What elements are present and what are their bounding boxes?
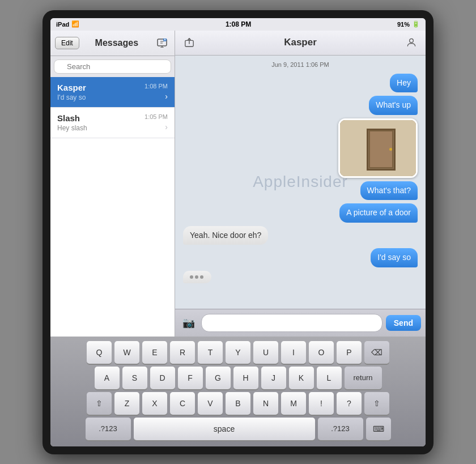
chevron-icon-kasper: › xyxy=(165,92,168,101)
share-button[interactable] xyxy=(181,34,198,51)
key-p[interactable]: P xyxy=(337,341,362,364)
key-o[interactable]: O xyxy=(309,341,334,364)
key-c[interactable]: C xyxy=(170,392,195,415)
conv-name-kasper: Kasper xyxy=(57,83,144,92)
chat-messages: Jun 9, 2011 1:06 PM Hey What's up xyxy=(175,56,426,309)
messages-title: Messages xyxy=(95,38,139,48)
conv-info-kasper: Kasper I'd say so xyxy=(57,83,144,101)
ipad-frame: iPad 📶 1:08 PM 91% 🔋 Edit Messages xyxy=(42,10,434,454)
message-row-whatsup: What's up xyxy=(183,96,418,115)
key-shift[interactable]: ⇧ xyxy=(87,392,112,415)
bubble-idsayso: I'd say so xyxy=(371,248,418,267)
key-d[interactable]: D xyxy=(150,367,175,389)
search-wrapper: 🔍 xyxy=(54,59,171,74)
key-return[interactable]: return xyxy=(345,367,382,389)
date-label: Jun 9, 2011 1:06 PM xyxy=(183,61,418,68)
key-space[interactable]: space xyxy=(134,418,315,440)
typing-dot-2 xyxy=(195,275,198,279)
compose-button[interactable] xyxy=(154,35,170,51)
typing-dot-3 xyxy=(200,275,203,279)
door-scene xyxy=(340,120,416,176)
key-l[interactable]: L xyxy=(317,367,342,389)
conv-preview-kasper: I'd say so xyxy=(57,93,144,101)
search-input[interactable] xyxy=(54,59,171,74)
key-h[interactable]: H xyxy=(233,367,258,389)
message-row-photo xyxy=(183,118,418,178)
conversation-list: Kasper I'd say so 1:08 PM › Slash Hey sl… xyxy=(50,77,175,138)
search-bar: 🔍 xyxy=(50,56,175,77)
send-button[interactable]: Send xyxy=(386,315,421,331)
keyboard-row-3: ⇧ Z X C V B N M ! ? ⇧ xyxy=(53,392,423,415)
key-b[interactable]: B xyxy=(226,392,250,415)
status-time: 1:08 PM xyxy=(226,20,251,28)
key-shift-right[interactable]: ⇧ xyxy=(364,392,389,415)
keyboard-row-bottom: .?123 space .?123 ⌨ xyxy=(53,418,423,440)
conv-name-slash: Slash xyxy=(57,113,144,123)
key-n[interactable]: N xyxy=(253,392,278,415)
key-y[interactable]: Y xyxy=(226,341,250,364)
status-right: 91% 🔋 xyxy=(397,20,420,28)
battery-icon: 🔋 xyxy=(412,20,420,28)
key-i[interactable]: I xyxy=(281,341,306,364)
key-s[interactable]: S xyxy=(122,367,147,389)
conv-preview-slash: Hey slash xyxy=(57,124,144,132)
key-g[interactable]: G xyxy=(206,367,231,389)
key-f[interactable]: F xyxy=(178,367,203,389)
chat-contact-name: Kasper xyxy=(198,37,403,48)
edit-button[interactable]: Edit xyxy=(55,37,79,49)
conv-right-slash: 1:05 PM › xyxy=(144,113,168,131)
camera-button[interactable]: 📷 xyxy=(180,314,198,332)
svg-point-10 xyxy=(410,39,414,42)
bubble-door: A picture of a door xyxy=(339,203,418,223)
key-m[interactable]: M xyxy=(281,392,306,415)
ipad-screen: iPad 📶 1:08 PM 91% 🔋 Edit Messages xyxy=(50,18,426,446)
conv-time-kasper: 1:08 PM xyxy=(144,83,168,90)
main-area: Edit Messages xyxy=(50,31,426,337)
key-u[interactable]: U xyxy=(253,341,278,364)
conv-right-kasper: 1:08 PM › xyxy=(144,83,168,101)
compose-icon xyxy=(157,39,167,48)
message-row-hey: Hey xyxy=(183,74,418,93)
key-q[interactable]: Q xyxy=(87,341,112,364)
key-t[interactable]: T xyxy=(198,341,223,364)
bubble-whatsup: What's up xyxy=(369,96,418,115)
message-input[interactable] xyxy=(201,314,382,332)
keyboard: Q W E R T Y U I O P ⌫ A S D F G H J xyxy=(50,337,426,446)
contact-button[interactable] xyxy=(403,34,420,51)
key-a[interactable]: A xyxy=(95,367,120,389)
conversation-item-slash[interactable]: Slash Hey slash 1:05 PM › xyxy=(50,108,175,138)
messages-header: Edit Messages xyxy=(50,31,175,56)
key-exclaim[interactable]: ! xyxy=(309,392,334,415)
key-j[interactable]: J xyxy=(261,367,286,389)
key-delete[interactable]: ⌫ xyxy=(364,341,389,364)
wifi-icon: 📶 xyxy=(71,20,79,28)
key-question[interactable]: ? xyxy=(337,392,362,415)
message-row-nicedoor: Yeah. Nice door eh? xyxy=(183,226,418,245)
message-row-door: A picture of a door xyxy=(183,203,418,223)
photo-bubble[interactable] xyxy=(338,118,418,178)
message-row-typing xyxy=(183,271,418,283)
status-left: iPad 📶 xyxy=(56,20,79,28)
battery-label: 91% xyxy=(397,21,410,28)
share-icon xyxy=(184,37,194,48)
message-row-idsayso: I'd say so xyxy=(183,248,418,267)
key-x[interactable]: X xyxy=(142,392,167,415)
conv-time-slash: 1:05 PM xyxy=(144,113,168,120)
bubble-nicedoor: Yeah. Nice door eh? xyxy=(183,226,268,245)
message-row-whatsdat: What's that? xyxy=(183,181,418,201)
key-w[interactable]: W xyxy=(114,341,139,364)
key-z[interactable]: Z xyxy=(114,392,139,415)
key-k[interactable]: K xyxy=(289,367,314,389)
key-keyboard[interactable]: ⌨ xyxy=(366,418,391,440)
key-numbers-right[interactable]: .?123 xyxy=(318,418,363,440)
contact-icon xyxy=(406,37,417,48)
chat-messages-container: Jun 9, 2011 1:06 PM Hey What's up xyxy=(175,56,426,309)
key-v[interactable]: V xyxy=(198,392,223,415)
keyboard-row-2: A S D F G H J K L return xyxy=(53,367,423,389)
key-e[interactable]: E xyxy=(142,341,167,364)
chat-header: Kasper xyxy=(175,31,426,56)
conversation-item-kasper[interactable]: Kasper I'd say so 1:08 PM › xyxy=(50,77,175,108)
status-bar: iPad 📶 1:08 PM 91% 🔋 xyxy=(50,18,426,31)
key-r[interactable]: R xyxy=(170,341,195,364)
key-numbers-left[interactable]: .?123 xyxy=(86,418,131,440)
